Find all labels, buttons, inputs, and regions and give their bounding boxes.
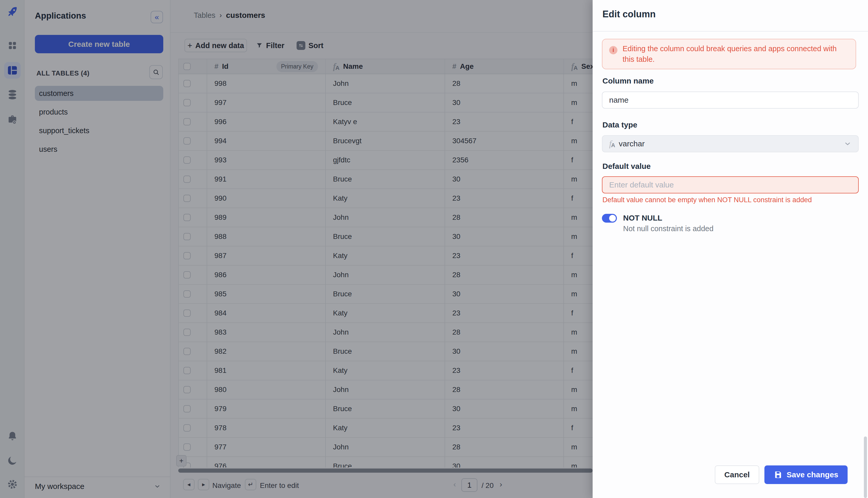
data-type-select[interactable]: fA varchar — [602, 135, 859, 152]
default-value-input[interactable] — [602, 176, 859, 193]
save-changes-label: Save changes — [787, 470, 838, 479]
drawer-divider — [593, 31, 868, 31]
column-name-label: Column name — [602, 77, 654, 85]
drawer-vertical-scrollbar[interactable] — [864, 436, 867, 498]
drawer-title: Edit column — [602, 9, 656, 19]
not-null-label: NOT NULL — [623, 213, 662, 222]
info-icon: i — [609, 46, 618, 54]
warning-banner: i Editing the column could break queries… — [602, 39, 856, 69]
cancel-button[interactable]: Cancel — [715, 466, 759, 484]
edit-column-drawer: Edit column i Editing the column could b… — [593, 0, 868, 498]
column-name-input[interactable] — [602, 92, 859, 109]
app-root: Applications « Create new table ALL TABL… — [0, 0, 868, 498]
floppy-save-icon — [774, 470, 783, 479]
chevron-down-icon — [844, 140, 852, 148]
warning-text: Editing the column could break queries a… — [623, 43, 849, 65]
not-null-description: Not null constraint is added — [623, 224, 714, 233]
data-type-label: Data type — [602, 120, 637, 129]
default-value-label: Default value — [602, 162, 651, 171]
not-null-toggle[interactable] — [602, 214, 617, 223]
default-value-error: Default value cannot be empty when NOT N… — [602, 196, 812, 204]
data-type-value: varchar — [619, 139, 645, 148]
varchar-type-icon: fA — [609, 139, 615, 148]
save-changes-button[interactable]: Save changes — [764, 466, 847, 484]
toggle-knob — [609, 215, 616, 222]
modal-dim-overlay — [0, 0, 593, 498]
